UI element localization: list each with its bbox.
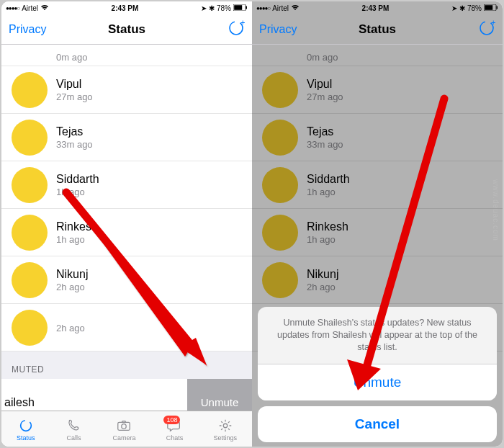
carrier-label: Airtel <box>272 4 289 12</box>
avatar <box>12 120 48 156</box>
tab-settings[interactable]: Settings <box>213 418 237 442</box>
battery-percent: 78% <box>467 4 482 12</box>
tab-label: Camera <box>112 434 135 442</box>
bluetooth-icon: ✱ <box>209 4 215 12</box>
location-icon: ➤ <box>451 4 457 12</box>
status-row[interactable]: 2h ago <box>1 304 252 351</box>
tab-label: Settings <box>213 434 237 442</box>
contact-name: Tejas <box>307 125 343 138</box>
status-row: Nikunj 2h ago <box>252 256 503 304</box>
avatar <box>12 310 48 346</box>
signal-dots-icon: ●●●●○ <box>6 5 19 12</box>
status-row[interactable]: Nikunj 2h ago <box>1 256 252 304</box>
watermark: www.deuac.com <box>492 179 500 241</box>
phone-icon <box>65 418 82 434</box>
svg-point-5 <box>20 421 31 431</box>
status-time: 0m ago <box>56 52 87 63</box>
battery-icon <box>484 4 498 12</box>
gear-icon <box>217 418 234 434</box>
clock: 2:43 PM <box>362 4 390 12</box>
status-time: 0m ago <box>307 52 338 63</box>
status-time: 1h ago <box>56 187 99 197</box>
tab-label: Calls <box>66 434 81 442</box>
status-time: 1h ago <box>56 234 98 245</box>
svg-rect-2 <box>246 6 248 9</box>
svg-rect-11 <box>497 6 498 9</box>
contact-name: Tejas <box>56 125 93 138</box>
unmute-swipe-button[interactable]: Unmute <box>187 379 252 411</box>
contact-name: Siddarth <box>56 173 99 186</box>
status-icon <box>17 418 35 434</box>
avatar <box>12 215 48 251</box>
sheet-unmute-button[interactable]: Unmute <box>258 364 497 400</box>
svg-rect-10 <box>485 5 492 10</box>
muted-row-swiped[interactable]: ailesh Unmute <box>1 379 252 411</box>
status-time: 27m ago <box>307 91 343 102</box>
tab-status[interactable]: Status <box>17 418 35 442</box>
status-row-partial[interactable]: 0m ago <box>1 45 252 66</box>
tab-calls[interactable]: Calls <box>65 418 82 442</box>
tab-bar: Status Calls Camera 108 Chats Settings <box>1 411 252 447</box>
tab-camera[interactable]: Camera <box>112 418 135 442</box>
avatar <box>262 120 298 156</box>
nav-bar: Privacy Status + <box>1 14 252 45</box>
tab-label: Chats <box>166 434 184 442</box>
status-row: Siddarth 1h ago <box>252 161 503 209</box>
status-time: 33m ago <box>56 139 93 150</box>
contact-name: Siddarth <box>307 173 350 186</box>
avatar <box>262 72 298 108</box>
battery-percent: 78% <box>217 4 231 12</box>
status-row[interactable]: Rinkesh 1h ago <box>1 209 252 256</box>
clock: 2:43 PM <box>112 4 139 12</box>
new-status-button[interactable]: + <box>228 19 245 40</box>
status-time: 2h ago <box>307 282 338 292</box>
wifi-icon <box>40 4 49 12</box>
status-row[interactable]: Vipul 27m ago <box>1 66 252 114</box>
tab-chats[interactable]: 108 Chats <box>166 418 183 442</box>
bluetooth-icon: ✱ <box>459 4 465 12</box>
nav-bar: Privacy Status + <box>252 14 503 45</box>
status-time: 1h ago <box>307 234 348 245</box>
contact-name: ailesh <box>4 396 35 409</box>
new-status-button[interactable]: + <box>478 19 495 40</box>
back-button[interactable]: Privacy <box>9 23 46 36</box>
signal-dots-icon: ●●●●○ <box>256 5 270 12</box>
contact-name: Rinkesh <box>56 220 98 233</box>
back-button[interactable]: Privacy <box>259 23 297 36</box>
contact-name: Rinkesh <box>307 220 348 233</box>
svg-point-8 <box>223 424 228 428</box>
svg-point-7 <box>122 424 126 429</box>
contact-name: Nikunj <box>307 268 338 281</box>
camera-icon <box>115 418 132 434</box>
wifi-icon <box>291 4 300 12</box>
chats-badge: 108 <box>163 416 180 424</box>
contact-name: Vipul <box>56 78 93 91</box>
status-time: 33m ago <box>307 139 343 150</box>
avatar <box>12 72 48 108</box>
status-row-partial: 0m ago <box>252 45 503 66</box>
contact-name: Nikunj <box>56 268 88 281</box>
location-icon: ➤ <box>201 4 207 12</box>
status-row[interactable]: Tejas 33m ago <box>1 114 252 161</box>
status-list[interactable]: 0m ago Vipul 27m ago Tejas 33m ago S <box>1 45 252 411</box>
phone-left: ●●●●○ Airtel 2:43 PM ➤ ✱ 78% Privacy Sta… <box>1 1 252 447</box>
contact-name: Vipul <box>307 78 343 91</box>
svg-rect-1 <box>234 5 242 10</box>
muted-section-header: MUTED <box>1 351 252 379</box>
ios-status-bar: ●●●●○ Airtel 2:43 PM ➤ ✱ 78% <box>1 1 252 14</box>
status-row: Rinkesh 1h ago <box>252 209 503 256</box>
svg-text:+: + <box>491 19 495 27</box>
status-row: Tejas 33m ago <box>252 114 503 161</box>
tab-label: Status <box>17 434 35 442</box>
status-row[interactable]: Siddarth 1h ago <box>1 161 252 209</box>
ios-status-bar: ●●●●○ Airtel 2:43 PM ➤ ✱ 78% <box>252 1 503 14</box>
battery-icon <box>233 4 248 12</box>
phone-right: ●●●●○ Airtel 2:43 PM ➤ ✱ 78% Privacy Sta… <box>252 1 503 447</box>
action-sheet: Unmute Shailesh's status updates? New st… <box>258 307 497 442</box>
status-row: Vipul 27m ago <box>252 66 503 114</box>
avatar <box>262 167 298 203</box>
avatar <box>262 215 298 251</box>
avatar <box>262 262 298 298</box>
status-time: 27m ago <box>56 91 93 102</box>
sheet-cancel-button[interactable]: Cancel <box>258 406 497 442</box>
